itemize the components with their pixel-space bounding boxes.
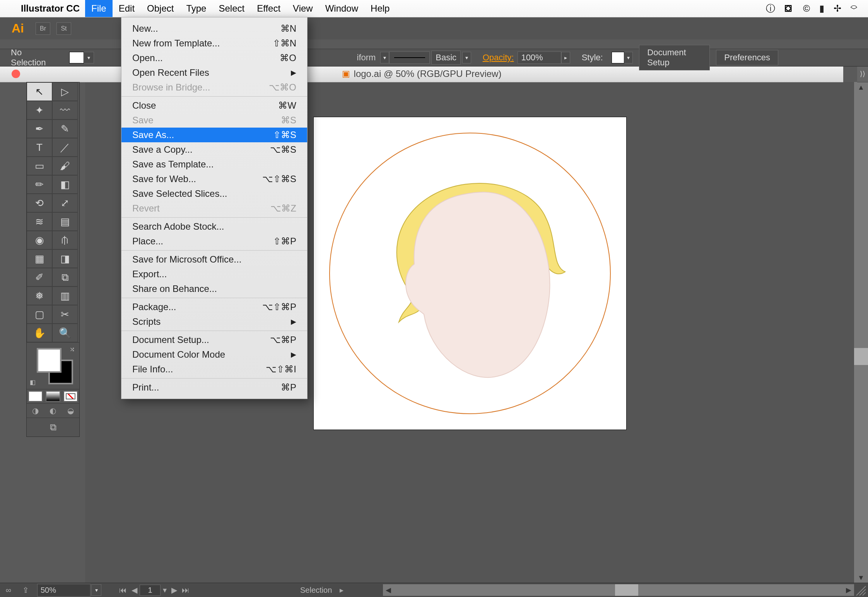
menu-type[interactable]: Type xyxy=(180,0,212,17)
artboard-number[interactable]: 1 xyxy=(140,585,161,596)
magic-wand-tool[interactable]: ✦ xyxy=(27,101,52,119)
share-icon[interactable]: ⇪ xyxy=(17,585,34,595)
file-menu-item[interactable]: Print...⌘P xyxy=(121,380,307,395)
wifi-icon[interactable]: ⌔ xyxy=(846,2,862,15)
opacity-dropdown[interactable]: ▸ xyxy=(561,52,570,63)
stock-button[interactable]: St xyxy=(56,22,71,35)
vertical-scrollbar[interactable]: ▲ ▼ xyxy=(854,82,868,583)
symbol-sprayer-tool[interactable]: ❅ xyxy=(27,287,52,305)
default-colors-icon[interactable]: ◧ xyxy=(30,379,36,386)
style-swatch[interactable] xyxy=(612,52,624,63)
artboard[interactable] xyxy=(313,117,627,430)
menu-window[interactable]: Window xyxy=(319,0,364,17)
cc-icon[interactable]: © xyxy=(798,3,815,14)
file-menu-item[interactable]: Place...⇧⌘P xyxy=(121,234,307,249)
zoom-tool[interactable]: 🔍 xyxy=(52,324,78,342)
status-dropdown-icon[interactable]: ▸ xyxy=(340,585,343,595)
file-menu-item[interactable]: Save As...⇧⌘S xyxy=(121,128,307,142)
file-menu-item[interactable]: Search Adobe Stock... xyxy=(121,219,307,234)
file-menu-item[interactable]: Document Setup...⌥⌘P xyxy=(121,333,307,347)
mesh-tool[interactable]: ▦ xyxy=(27,249,52,268)
menu-effect[interactable]: Effect xyxy=(251,0,287,17)
scroll-right-icon[interactable]: ▶ xyxy=(843,584,854,596)
dropbox-icon[interactable]: ⛋ xyxy=(780,3,798,14)
file-menu-item[interactable]: Open...⌘O xyxy=(121,51,307,65)
fill-dropdown[interactable]: ▾ xyxy=(84,52,94,63)
prev-artboard-icon[interactable]: ◀ xyxy=(129,585,140,595)
fill-color[interactable] xyxy=(37,348,62,373)
bookmark-icon[interactable]: ▮ xyxy=(815,3,829,14)
face-shape[interactable] xyxy=(393,187,571,388)
scale-tool[interactable]: ⤢ xyxy=(52,194,78,212)
last-artboard-icon[interactable]: ⏭ xyxy=(179,586,192,595)
artboard-dropdown[interactable]: ▾ xyxy=(161,585,169,595)
file-menu-item[interactable]: Open Recent Files▶ xyxy=(121,65,307,80)
file-menu-item[interactable]: Save for Web...⌥⇧⌘S xyxy=(121,172,307,186)
line-tool[interactable]: ／ xyxy=(52,138,78,157)
fill-stroke-control[interactable]: ⤭ ◧ xyxy=(27,342,79,389)
color-mode-gradient[interactable] xyxy=(46,391,60,402)
lasso-tool[interactable]: 〰 xyxy=(52,101,78,119)
opacity-input[interactable]: 100% xyxy=(518,51,561,64)
preferences-button[interactable]: Preferences xyxy=(716,50,778,65)
file-menu-item[interactable]: Share on Behance... xyxy=(121,281,307,296)
brush-dropdown[interactable]: ▾ xyxy=(462,52,471,63)
menu-extra-icon[interactable]: ✢ xyxy=(829,3,846,14)
opacity-label[interactable]: Opacity: xyxy=(483,53,514,63)
zoom-dropdown[interactable]: ▾ xyxy=(91,584,101,596)
selection-tool[interactable]: ↖ xyxy=(27,82,52,101)
scroll-left-icon[interactable]: ◀ xyxy=(383,584,394,596)
cc-sync-icon[interactable]: ∞ xyxy=(0,586,17,595)
menu-select[interactable]: Select xyxy=(212,0,251,17)
free-transform-tool[interactable]: ▤ xyxy=(52,212,78,231)
hscroll-thumb[interactable] xyxy=(615,584,638,596)
width-tool[interactable]: ≋ xyxy=(27,212,52,231)
shape-builder-tool[interactable]: ◉ xyxy=(27,231,52,249)
file-menu-item[interactable]: Scripts▶ xyxy=(121,314,307,329)
swap-icon[interactable]: ⤭ xyxy=(70,346,75,353)
slice-tool[interactable]: ✂ xyxy=(52,305,78,324)
scroll-up-icon[interactable]: ▲ xyxy=(854,82,868,93)
scroll-down-icon[interactable]: ▼ xyxy=(854,572,868,583)
menu-help[interactable]: Help xyxy=(364,0,396,17)
brush-name[interactable]: Basic xyxy=(431,51,461,65)
next-artboard-icon[interactable]: ▶ xyxy=(169,585,179,595)
menu-view[interactable]: View xyxy=(287,0,319,17)
file-menu-item[interactable]: New...⌘N xyxy=(121,21,307,36)
screen-mode-button[interactable]: ⧉ xyxy=(27,418,79,437)
file-menu-item[interactable]: Save a Copy...⌥⌘S xyxy=(121,142,307,157)
blend-tool[interactable]: ⧉ xyxy=(52,268,78,287)
fill-swatch[interactable] xyxy=(69,52,84,63)
menu-extra-icon[interactable]: ⓘ xyxy=(761,2,780,15)
file-menu-item[interactable]: Save as Template... xyxy=(121,157,307,172)
color-mode-none[interactable] xyxy=(63,391,78,402)
direct-selection-tool[interactable]: ▷ xyxy=(52,82,78,101)
file-menu-item[interactable]: Package...⌥⇧⌘P xyxy=(121,300,307,314)
color-mode-solid[interactable] xyxy=(28,391,43,402)
paintbrush-tool[interactable]: 🖌 xyxy=(52,157,78,175)
menu-object[interactable]: Object xyxy=(141,0,180,17)
pencil-tool[interactable]: ✏ xyxy=(27,175,52,194)
curvature-tool[interactable]: ✎ xyxy=(52,119,78,138)
draw-inside-icon[interactable]: ◒ xyxy=(67,406,74,415)
eyedropper-tool[interactable]: ✐ xyxy=(27,268,52,287)
type-tool[interactable]: T xyxy=(27,138,52,157)
draw-normal-icon[interactable]: ◑ xyxy=(32,406,39,415)
resize-grip-icon[interactable] xyxy=(855,585,867,597)
file-menu-item[interactable]: New from Template...⇧⌘N xyxy=(121,36,307,51)
pen-tool[interactable]: ✒ xyxy=(27,119,52,138)
stroke-preview[interactable] xyxy=(389,51,430,64)
rectangle-tool[interactable]: ▭ xyxy=(27,157,52,175)
window-close-button[interactable] xyxy=(12,70,20,78)
first-artboard-icon[interactable]: ⏮ xyxy=(117,586,129,595)
file-menu-item[interactable]: Close⌘W xyxy=(121,98,307,113)
file-menu-item[interactable]: Save Selected Slices... xyxy=(121,186,307,201)
bridge-button[interactable]: Br xyxy=(36,22,50,35)
zoom-level[interactable]: 50% xyxy=(37,584,91,597)
menu-edit[interactable]: Edit xyxy=(113,0,141,17)
file-menu-item[interactable]: Document Color Mode▶ xyxy=(121,347,307,362)
file-menu-item[interactable]: Save for Microsoft Office... xyxy=(121,252,307,267)
document-setup-button[interactable]: Document Setup xyxy=(639,45,710,70)
file-menu-item[interactable]: File Info...⌥⇧⌘I xyxy=(121,362,307,377)
hand-tool[interactable]: ✋ xyxy=(27,324,52,342)
